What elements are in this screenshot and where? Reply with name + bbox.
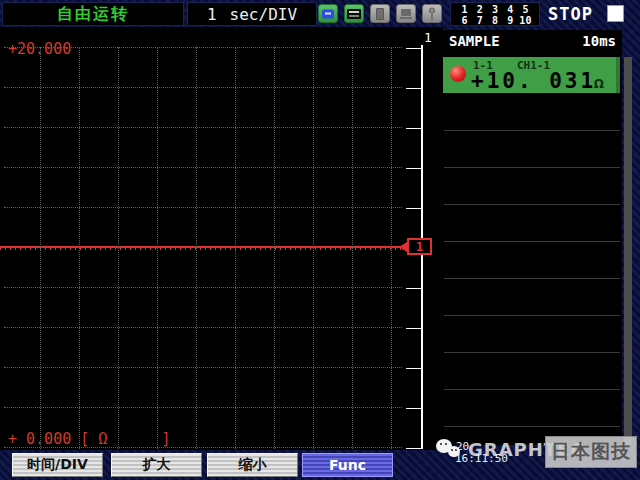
- grid-line-v: [313, 47, 314, 449]
- time-div-button[interactable]: 时间/DIV: [12, 453, 103, 477]
- channel-row-empty[interactable]: [444, 241, 620, 278]
- scale-tick: [406, 368, 422, 369]
- channel-row-empty[interactable]: [444, 352, 620, 389]
- watermark-brand-cjk: 日本图技: [545, 436, 637, 468]
- grid-line-h: [4, 87, 402, 88]
- grid-line-v: [40, 47, 41, 449]
- scale-tick: [406, 168, 422, 169]
- pc-icon: [396, 4, 416, 23]
- grid-line-v: [157, 47, 158, 449]
- mode-label: 自由运转: [57, 4, 129, 25]
- scale-top-label: 1: [424, 30, 432, 45]
- scale-tick: [406, 128, 422, 129]
- grid-line-h: [4, 127, 402, 128]
- timebase-value: 1: [207, 5, 217, 24]
- waveform-plot: +20.000 + 0.000 [ Ω ] 1 1: [0, 27, 443, 450]
- channel-marker[interactable]: 1: [407, 238, 432, 255]
- chan-1: 1: [457, 4, 472, 15]
- status-icon-strip: [318, 4, 443, 27]
- grid-line-h: [4, 367, 402, 368]
- trace-sample-ticks: [0, 248, 402, 250]
- grid-line-v: [274, 47, 275, 449]
- chan-5: 5: [518, 4, 533, 15]
- channel-value: +10. 031: [471, 69, 596, 93]
- channel-row-empty[interactable]: [444, 278, 620, 315]
- channel-row-empty[interactable]: [444, 204, 620, 241]
- channel-row-empty[interactable]: [444, 130, 620, 167]
- grid-line-h: [4, 247, 402, 248]
- channel-unit: Ω: [594, 77, 604, 91]
- grid-line-h: [4, 47, 402, 48]
- timebase-box[interactable]: 1 sec/DIV: [187, 2, 317, 26]
- scale-tick: [406, 88, 422, 89]
- sample-label: SAMPLE: [449, 33, 500, 49]
- scale-tick: [406, 208, 422, 209]
- scale-tick: [406, 328, 422, 329]
- chan-8: 8: [487, 15, 502, 26]
- func-button[interactable]: Func: [302, 453, 393, 477]
- sample-rate-value: 10ms: [582, 33, 616, 49]
- channel-row-empty[interactable]: [444, 389, 620, 426]
- grid-line-h: [4, 447, 402, 448]
- scale-tick: [406, 288, 422, 289]
- panel-scrollbar[interactable]: [624, 57, 632, 445]
- chan-4: 4: [503, 4, 518, 15]
- chan-9: 9: [503, 15, 518, 26]
- channel-row-empty[interactable]: [444, 167, 620, 204]
- zoom-out-button[interactable]: 缩小: [207, 453, 298, 477]
- sd-card-icon: [318, 4, 338, 23]
- grid-line-v: [79, 47, 80, 449]
- channel-list: 1-1 CH1-1 +10. 031 Ω: [443, 51, 622, 445]
- channel-number-grid: 1 2 3 4 5 6 7 8 9 10: [450, 2, 540, 26]
- grid-line-h: [4, 287, 402, 288]
- stop-checkbox[interactable]: [607, 5, 624, 22]
- channel-row-selected[interactable]: 1-1 CH1-1 +10. 031 Ω: [443, 57, 620, 93]
- grid-line-v: [352, 47, 353, 449]
- grid-line-v: [391, 47, 392, 449]
- scale-tick: [406, 48, 422, 49]
- chan-7: 7: [472, 15, 487, 26]
- mode-status-box: 自由运转: [2, 2, 184, 26]
- y-axis-bottom-label: + 0.000 [ Ω ]: [8, 430, 171, 448]
- grid-line-h: [4, 167, 402, 168]
- chan-3: 3: [487, 4, 502, 15]
- sample-header: SAMPLE 10ms: [443, 30, 622, 51]
- grid-line-h: [4, 327, 402, 328]
- key-icon: [422, 4, 442, 23]
- grid-line-v: [118, 47, 119, 449]
- grid-line-v: [235, 47, 236, 449]
- device-icon: [344, 4, 364, 23]
- scale-tick: [406, 408, 422, 409]
- timebase-unit: sec/DIV: [230, 5, 297, 24]
- grid-line-v: [196, 47, 197, 449]
- battery-icon: [370, 4, 390, 23]
- chan-10: 10: [518, 15, 533, 26]
- zoom-in-button[interactable]: 扩大: [111, 453, 202, 477]
- grid-line-h: [4, 207, 402, 208]
- record-dot-icon: [450, 66, 466, 82]
- scale-tick: [406, 448, 422, 449]
- grid-line-h: [4, 407, 402, 408]
- chan-2: 2: [472, 4, 487, 15]
- stop-label: STOP: [548, 4, 593, 24]
- chan-6: 6: [457, 15, 472, 26]
- channel-row-empty[interactable]: [444, 315, 620, 352]
